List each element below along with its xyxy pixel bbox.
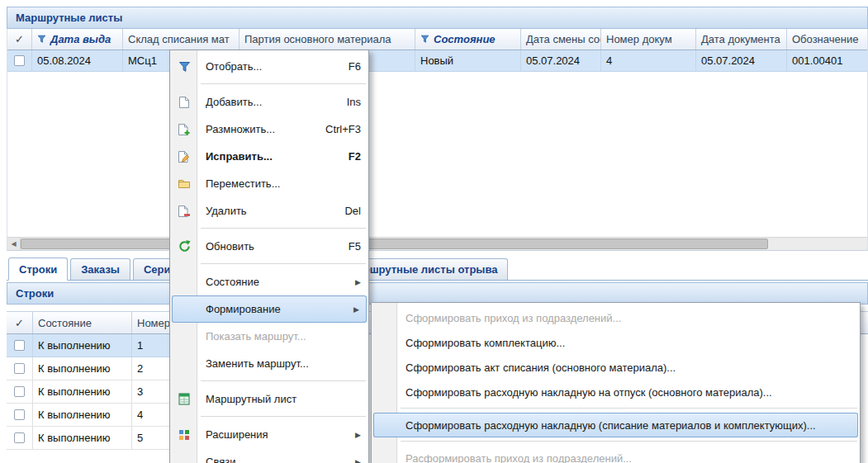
menu-item-shortcut: Del bbox=[344, 205, 361, 217]
row-checkbox[interactable] bbox=[14, 386, 25, 397]
menu-item-delete[interactable]: Удалить Del bbox=[170, 197, 368, 224]
column-header-row-state[interactable]: Состояние bbox=[33, 312, 132, 333]
filter-funnel-icon[interactable] bbox=[37, 35, 46, 44]
menu-item-label: Исправить... bbox=[206, 150, 340, 163]
menu-item-formation[interactable]: Формирование ▶ bbox=[172, 295, 367, 323]
column-header-doc-date[interactable]: Дата документа bbox=[696, 29, 787, 50]
menu-item-duplicate[interactable]: Размножить... Ctrl+F3 bbox=[170, 116, 368, 143]
menu-item-route-sheet[interactable]: Маршрутный лист bbox=[170, 385, 368, 413]
scroll-left-button[interactable]: ◀ bbox=[7, 238, 21, 250]
menu-item-label: Расширения bbox=[206, 428, 347, 441]
menu-separator bbox=[201, 380, 366, 381]
panel-title: Строки bbox=[16, 287, 54, 300]
menu-item-move[interactable]: Переместить... bbox=[170, 170, 368, 197]
submenu-item-label: Сформировать акт списания (основного мат… bbox=[406, 361, 676, 374]
row-checkbox[interactable] bbox=[14, 55, 25, 66]
menu-item-state[interactable]: Состояние ▶ bbox=[170, 268, 368, 295]
route-sheets-panel-header: Маршрутные листы bbox=[7, 7, 868, 29]
tab-zakazy[interactable]: Заказы bbox=[70, 258, 130, 280]
menu-item-label: Отобрать... bbox=[206, 60, 340, 73]
menu-item-label: Размножить... bbox=[206, 123, 317, 135]
column-header-label: Партия основного материала bbox=[244, 33, 391, 45]
table-row[interactable]: К выполнению 3 bbox=[7, 380, 183, 404]
column-header-label: Дата смены сос bbox=[526, 33, 601, 45]
tab-label: Маршрутные листы отрыва bbox=[349, 263, 498, 276]
filter-icon bbox=[176, 59, 192, 75]
submenu-arrow-icon: ▶ bbox=[353, 305, 359, 314]
submenu-item-form-issue-invoice[interactable]: Сформировать расходную накладную на отпу… bbox=[372, 380, 860, 404]
spreadsheet-icon bbox=[176, 391, 192, 408]
row-checkbox[interactable] bbox=[14, 409, 25, 420]
menu-item-label: Заменить маршрут... bbox=[206, 357, 361, 370]
tab-stroki[interactable]: Строки bbox=[8, 257, 68, 281]
app-screen: Маршрутные листы ✓ Дата выда Склад списа… bbox=[0, 0, 868, 463]
menu-separator bbox=[201, 263, 366, 264]
menu-item-filter[interactable]: Отобрать... F6 bbox=[170, 53, 368, 80]
submenu-item-label: Сформировать расходную накладную на отпу… bbox=[406, 386, 772, 399]
table-cell bbox=[7, 357, 33, 380]
table-row[interactable]: К выполнению 4 bbox=[7, 404, 183, 427]
check-mark-icon: ✓ bbox=[15, 317, 24, 329]
menu-item-label: Связи bbox=[206, 456, 347, 463]
menu-item-refresh[interactable]: Обновить F5 bbox=[170, 233, 368, 260]
menu-item-show-route: Показать маршрут... bbox=[170, 323, 368, 350]
column-header-state-change-date[interactable]: Дата смены сос bbox=[521, 29, 601, 50]
submenu-item-form-writeoff-invoice[interactable]: Сформировать расходную накладную (списан… bbox=[373, 413, 858, 437]
new-document-icon bbox=[176, 94, 192, 111]
check-column-header[interactable]: ✓ bbox=[7, 312, 33, 333]
submenu-arrow-icon: ▶ bbox=[355, 278, 361, 286]
submenu-item-label: Сформировать комплектацию... bbox=[406, 337, 565, 349]
scroll-thumb[interactable] bbox=[21, 239, 768, 249]
menu-item-shortcut: Ins bbox=[347, 96, 361, 108]
menu-separator bbox=[401, 441, 857, 442]
column-header-warehouse[interactable]: Склад списания мат bbox=[123, 29, 240, 50]
check-mark-icon: ✓ bbox=[15, 33, 24, 45]
menu-item-replace-route[interactable]: Заменить маршрут... bbox=[170, 350, 368, 377]
submenu-item-form-writeoff-act[interactable]: Сформировать акт списания (основного мат… bbox=[372, 355, 860, 380]
menu-item-shortcut: Ctrl+F3 bbox=[325, 123, 361, 135]
table-cell bbox=[7, 380, 33, 403]
menu-item-edit[interactable]: Исправить... F2 bbox=[170, 143, 368, 170]
table-cell: К выполнению bbox=[33, 380, 132, 403]
table-row[interactable]: К выполнению 5 bbox=[7, 427, 183, 450]
submenu-item-form-kitting[interactable]: Сформировать комплектацию... bbox=[372, 330, 860, 355]
submenu-item-label: Расформировать приход из подразделений..… bbox=[406, 452, 632, 463]
table-cell: 05.08.2024 bbox=[32, 50, 123, 71]
menu-separator bbox=[201, 416, 366, 417]
column-header-designation[interactable]: Обозначение bbox=[787, 29, 867, 50]
menu-separator bbox=[401, 408, 857, 409]
table-cell: К выполнению bbox=[33, 334, 132, 357]
icon-placeholder bbox=[176, 274, 192, 291]
column-header-batch[interactable]: Партия основного материала bbox=[240, 29, 415, 50]
grid-header-row: ✓ Дата выда Склад списания мат Партия ос… bbox=[7, 29, 867, 50]
filter-funnel-icon[interactable] bbox=[420, 35, 429, 44]
column-header-label: Дата выда bbox=[50, 33, 111, 45]
column-header-doc-number[interactable]: Номер докум bbox=[601, 29, 696, 50]
move-folder-icon bbox=[176, 176, 192, 192]
table-cell bbox=[7, 334, 33, 357]
row-checkbox[interactable] bbox=[14, 363, 25, 374]
table-row[interactable]: К выполнению 2 bbox=[7, 357, 183, 380]
table-cell: Новый bbox=[415, 50, 521, 71]
table-row[interactable]: К выполнению 1 bbox=[7, 334, 183, 357]
menu-item-label: Состояние bbox=[206, 276, 347, 288]
table-cell: К выполнению bbox=[33, 404, 132, 426]
submenu-item-form-incoming: Сформировать приход из подразделений... bbox=[372, 305, 860, 330]
icon-placeholder bbox=[176, 356, 192, 372]
menu-item-label: Обновить bbox=[206, 240, 340, 253]
table-row[interactable]: 05.08.2024 МСц1 Новый 05.07.2024 4 05.07… bbox=[7, 50, 867, 72]
column-header-state[interactable]: Состояние bbox=[415, 29, 521, 50]
menu-item-links[interactable]: Связи ▶ bbox=[170, 448, 368, 463]
column-header-issue-date[interactable]: Дата выда bbox=[32, 29, 123, 50]
submenu-item-label: Сформировать расходную накладную (списан… bbox=[406, 419, 816, 432]
check-column-header[interactable]: ✓ bbox=[7, 29, 32, 50]
menu-item-label: Удалить bbox=[206, 205, 336, 217]
row-checkbox[interactable] bbox=[14, 432, 25, 443]
row-checkbox[interactable] bbox=[14, 340, 25, 351]
menu-item-add[interactable]: Добавить... Ins bbox=[170, 88, 368, 116]
table-cell bbox=[7, 404, 33, 426]
column-header-label: Склад списания мат bbox=[128, 33, 230, 45]
menu-item-shortcut: F6 bbox=[349, 60, 361, 73]
table-cell: 05.07.2024 bbox=[696, 50, 787, 71]
menu-item-extensions[interactable]: Расширения ▶ bbox=[170, 421, 368, 448]
